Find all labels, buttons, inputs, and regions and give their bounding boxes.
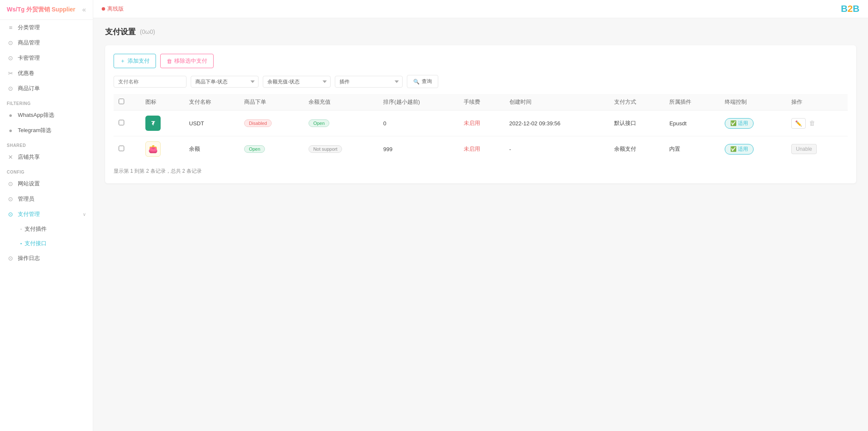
row-method: 默认接口	[609, 111, 664, 136]
table-row: ₮ USDT Disabled Open 0 未启用 2022-12-02 09…	[114, 111, 848, 136]
col-fee: 手续费	[459, 94, 504, 111]
sidebar-item-op-log[interactable]: ⊙ 操作日志	[0, 251, 93, 266]
payment-table: 图标 支付名称 商品下单 余额充值 排序(越小越前) 手续费 创建时间 支付方式…	[114, 94, 848, 162]
remove-payment-button[interactable]: 🗑 移除选中支付	[160, 54, 214, 68]
row-plugin: 内置	[664, 136, 719, 162]
sidebar-item-store-share[interactable]: ✕ 店铺共享	[0, 149, 93, 165]
sidebar-item-label: WhatsApp筛选	[18, 111, 54, 119]
row-terminal: ✅ 适用	[720, 111, 787, 136]
payment-name-input[interactable]	[114, 76, 186, 88]
row-fee: 未启用	[459, 111, 504, 136]
admin-icon: ⊙	[7, 195, 14, 203]
row-name: USDT	[184, 111, 239, 136]
row-icon: 👛	[140, 136, 184, 162]
sidebar-item-label: 操作日志	[18, 254, 40, 262]
trash-icon: 🗑	[167, 58, 172, 64]
balance-status-select[interactable]: 余额充值-状态	[263, 76, 331, 88]
website-icon: ⊙	[7, 180, 14, 188]
sidebar-item-label: 商品订单	[18, 85, 40, 92]
check-circle-icon: ✅	[730, 146, 737, 152]
table-header-row: 图标 支付名称 商品下单 余额充值 排序(越小越前) 手续费 创建时间 支付方式…	[114, 94, 848, 111]
not-support-badge: Not support	[309, 145, 342, 153]
remove-payment-label: 移除选中支付	[174, 57, 207, 65]
row-checkbox	[114, 111, 140, 136]
section-shared: SHARED	[0, 138, 93, 149]
sidebar-item-fenlei[interactable]: ≡ 分类管理	[0, 20, 93, 35]
sidebar-item-label: 店铺共享	[18, 153, 40, 161]
row-sort: 999	[378, 136, 458, 162]
delete-button[interactable]: 🗑	[807, 118, 817, 128]
sidebar-item-telegram[interactable]: ● Telegram筛选	[0, 123, 93, 138]
sidebar-item-payment-mgmt[interactable]: ⊙ 支付管理 ∨	[0, 207, 93, 222]
col-action: 操作	[786, 94, 848, 111]
apply-button[interactable]: ✅ 适用	[725, 118, 754, 129]
sidebar: Ws/Tg 外贸营销 Supplier « ≡ 分类管理 ⊙ 商品管理 ⊙ 卡密…	[0, 0, 93, 431]
row-created: 2022-12-02 09:39:56	[504, 111, 609, 136]
payment-submenu: 支付插件 支付接口	[0, 222, 93, 251]
add-payment-button[interactable]: ＋ 添加支付	[114, 54, 156, 68]
search-label: 查询	[422, 78, 432, 85]
plugin-select[interactable]: 插件	[335, 76, 403, 88]
sidebar-item-card[interactable]: ⊙ 卡密管理	[0, 50, 93, 66]
log-icon: ⊙	[7, 254, 14, 262]
card-icon: ⊙	[7, 54, 14, 62]
chevron-down-icon: ∨	[83, 212, 86, 217]
pagination-info: 显示第 1 到第 2 条记录，总共 2 条记录	[114, 168, 848, 175]
sidebar-item-admin[interactable]: ⊙ 管理员	[0, 191, 93, 207]
sub-item-label: 支付接口	[25, 240, 47, 247]
table-row: 👛 余额 Open Not support 999 未启用 -	[114, 136, 848, 162]
sidebar-item-label: 网站设置	[18, 180, 40, 188]
sidebar-item-label: 商品管理	[18, 39, 40, 47]
filter-row: 商品下单-状态 余额充值-状态 插件 🔍 查询	[114, 75, 848, 88]
unable-button[interactable]: Unable	[791, 144, 817, 154]
sidebar-item-goods[interactable]: ⊙ 商品管理	[0, 35, 93, 50]
usdt-payment-icon: ₮	[145, 116, 161, 131]
col-order: 商品下单	[239, 94, 303, 111]
col-created: 创建时间	[504, 94, 609, 111]
page-title: 支付设置	[105, 27, 136, 37]
menu-icon: ≡	[7, 24, 14, 31]
content-area: 支付设置 (0ω0) ＋ 添加支付 🗑 移除选中支付 商品下单-状态	[93, 18, 868, 431]
col-name: 支付名称	[184, 94, 239, 111]
row-1-checkbox[interactable]	[119, 120, 124, 125]
section-filtering: FILTERING	[0, 96, 93, 108]
col-sort: 排序(越小越前)	[378, 94, 458, 111]
row-name: 余额	[184, 136, 239, 162]
sidebar-collapse-btn[interactable]: «	[82, 6, 86, 14]
sidebar-item-order[interactable]: ⊙ 商品订单	[0, 81, 93, 96]
col-plugin: 所属插件	[664, 94, 719, 111]
payment-card: ＋ 添加支付 🗑 移除选中支付 商品下单-状态 余额充值-状态 插件	[105, 45, 856, 183]
col-icon: 图标	[140, 94, 184, 111]
add-payment-label: 添加支付	[128, 57, 150, 65]
edit-button[interactable]: ✏️	[791, 118, 806, 129]
offline-label: 离线版	[107, 5, 124, 13]
sidebar-item-label: Telegram筛选	[18, 127, 51, 134]
search-button[interactable]: 🔍 查询	[407, 75, 438, 88]
order-status-select[interactable]: 商品下单-状态	[191, 76, 259, 88]
apply-button[interactable]: ✅ 适用	[725, 144, 754, 155]
col-terminal: 终端控制	[720, 94, 787, 111]
offline-badge: 离线版	[102, 5, 124, 13]
goods-icon: ⊙	[7, 39, 14, 47]
open-badge: Open	[244, 145, 265, 153]
coupon-icon: ✂	[7, 69, 14, 77]
sidebar-header: Ws/Tg 外贸营销 Supplier «	[0, 0, 93, 20]
sidebar-item-label: 支付管理	[18, 210, 40, 218]
sidebar-logo: Ws/Tg 外贸营销 Supplier	[7, 6, 75, 14]
row-plugin: Epusdt	[664, 111, 719, 136]
payment-mgmt-icon: ⊙	[7, 210, 14, 218]
sidebar-item-website[interactable]: ⊙ 网站设置	[0, 176, 93, 191]
telegram-icon: ●	[7, 127, 14, 134]
sidebar-item-whatsapp[interactable]: ● WhatsApp筛选	[0, 108, 93, 123]
sidebar-item-coupon[interactable]: ✂ 优惠卷	[0, 66, 93, 81]
select-all-checkbox[interactable]	[119, 99, 124, 104]
search-icon: 🔍	[413, 79, 420, 85]
sidebar-sub-item-payment-plugin[interactable]: 支付插件	[14, 222, 93, 236]
topbar: 离线版 B2B	[93, 0, 868, 18]
row-2-checkbox[interactable]	[119, 146, 124, 151]
sidebar-item-label: 分类管理	[18, 24, 40, 31]
row-balance-status: Open	[303, 111, 378, 136]
page-title-row: 支付设置 (0ω0)	[105, 27, 856, 37]
sidebar-sub-item-payment-interface[interactable]: 支付接口	[14, 236, 93, 251]
col-balance: 余额充值	[303, 94, 378, 111]
